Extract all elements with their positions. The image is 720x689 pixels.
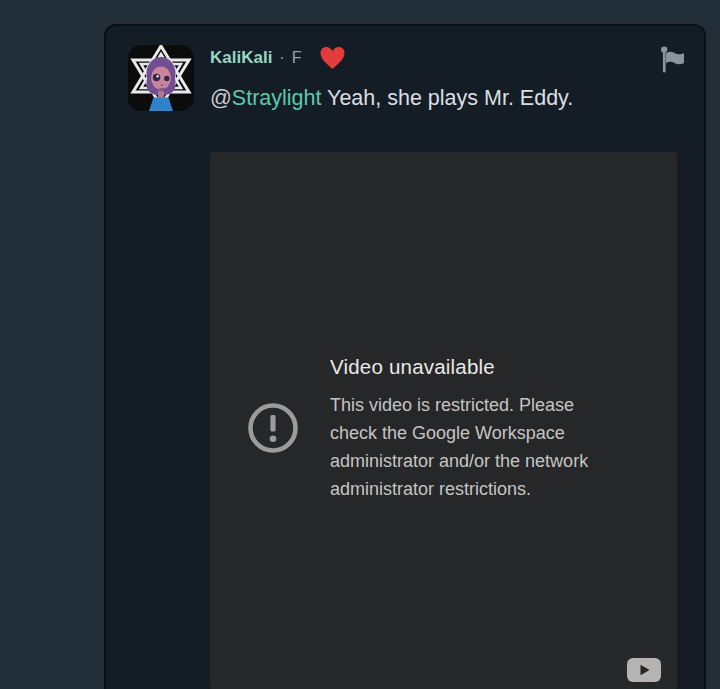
author-name[interactable]: KaliKali — [210, 48, 272, 68]
comment-text: @Straylight Yeah, she plays Mr. Eddy. — [210, 86, 573, 111]
comment-text-body: Yeah, she plays Mr. Eddy. — [321, 86, 573, 110]
video-error-line: administrator restrictions. — [330, 475, 588, 503]
avatar[interactable] — [128, 45, 194, 111]
page-background: { "colors": { "page_bg": "#212d37", "car… — [0, 0, 720, 689]
comment-header: KaliKali · F — [210, 43, 346, 73]
youtube-logo-button[interactable] — [627, 658, 661, 682]
video-error-line: administrator and/or the network — [330, 447, 588, 475]
video-error-line: check the Google Workspace — [330, 419, 588, 447]
flag-icon[interactable] — [659, 46, 685, 74]
video-embed[interactable]: Video unavailable This video is restrict… — [210, 152, 677, 689]
mention-link[interactable]: Straylight — [232, 86, 322, 110]
heart-icon[interactable] — [319, 46, 346, 70]
video-error-message: This video is restricted. Please check t… — [330, 391, 588, 503]
meta-separator: · — [279, 49, 284, 67]
gender-flair: F — [292, 49, 302, 67]
mention-at-prefix: @ — [210, 86, 232, 110]
alert-circle-icon — [247, 402, 299, 454]
comment-card: KaliKali · F @Straylight Yeah, she plays… — [104, 24, 706, 689]
video-error-title: Video unavailable — [330, 355, 495, 379]
avatar-image-icon — [128, 45, 194, 111]
video-error-line: This video is restricted. Please — [330, 391, 588, 419]
